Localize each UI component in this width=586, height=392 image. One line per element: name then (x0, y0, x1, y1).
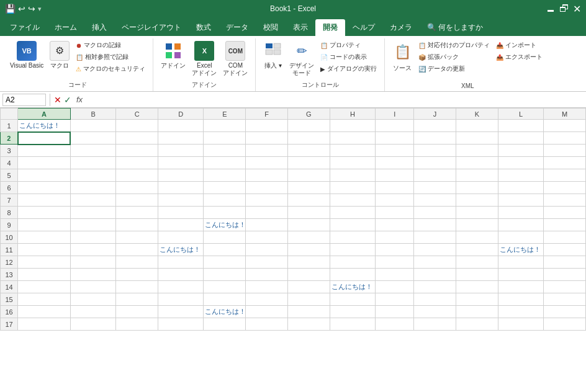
tab-developer[interactable]: 開発 (315, 19, 345, 36)
col-header-f[interactable]: F (246, 109, 288, 120)
cell-i3[interactable] (376, 145, 414, 157)
cell-d1[interactable] (158, 120, 204, 132)
cell-l3[interactable] (498, 145, 543, 157)
col-header-a[interactable]: A (18, 109, 71, 120)
cell-a4[interactable] (18, 157, 71, 169)
tab-data[interactable]: データ (219, 19, 256, 36)
cell-e1[interactable] (204, 120, 246, 132)
view-code-button[interactable]: 📄 コードの表示 (318, 51, 379, 63)
col-header-b[interactable]: B (70, 109, 115, 120)
cancel-icon[interactable]: ✕ (54, 95, 61, 105)
cell-m1[interactable] (544, 120, 586, 132)
cell-g3[interactable] (287, 145, 330, 157)
tab-view[interactable]: 表示 (286, 19, 315, 36)
cell-e2[interactable] (204, 132, 246, 145)
cell-a2[interactable] (18, 132, 71, 145)
cell-e3[interactable] (204, 145, 246, 157)
undo-icon[interactable]: ↩ (18, 4, 25, 14)
visual-basic-button[interactable]: VB Visual Basic (7, 40, 46, 71)
cell-m2[interactable] (544, 132, 586, 145)
cell-c1[interactable] (116, 120, 158, 132)
col-header-j[interactable]: J (414, 109, 456, 120)
tab-insert[interactable]: 挿入 (84, 19, 114, 36)
restore-icon[interactable]: 🗗 (559, 3, 569, 14)
col-header-d[interactable]: D (158, 109, 204, 120)
tab-file[interactable]: ファイル (2, 19, 47, 36)
cell-b1[interactable] (70, 120, 115, 132)
cell-i1[interactable] (376, 120, 414, 132)
col-header-l[interactable]: L (498, 109, 543, 120)
excel-addin-button[interactable]: X Excelアドイン (189, 40, 219, 78)
properties-button[interactable]: 📋 プロパティ (318, 40, 379, 51)
cell-e16[interactable]: こんにちは！ (204, 306, 246, 318)
cell-a1[interactable]: こんにちは！ (18, 120, 71, 132)
cell-l2[interactable] (498, 132, 543, 145)
col-header-k[interactable]: K (456, 109, 498, 120)
record-macro-button[interactable]: ⏺ マクロの記録 (73, 40, 148, 51)
cell-e9[interactable]: こんにちは！ (204, 219, 246, 231)
addin-button[interactable]: アドイン (158, 40, 188, 71)
cell-h2[interactable] (330, 132, 375, 145)
name-box[interactable] (2, 94, 46, 106)
cell-a3[interactable] (18, 145, 71, 157)
tab-camera[interactable]: カメラ (382, 19, 420, 36)
cell-b3[interactable] (70, 145, 115, 157)
cell-j2[interactable] (414, 132, 456, 145)
relative-ref-button[interactable]: 📋 相対参照で記録 (73, 51, 148, 63)
tab-review[interactable]: 校閲 (256, 19, 286, 36)
cell-g1[interactable] (287, 120, 330, 132)
confirm-icon[interactable]: ✓ (64, 95, 71, 105)
cell-l11[interactable]: こんにちは！ (498, 244, 543, 256)
col-header-m[interactable]: M (544, 109, 586, 120)
col-header-i[interactable]: I (376, 109, 414, 120)
tab-pagelayout[interactable]: ページレイアウト (114, 19, 189, 36)
minimize-icon[interactable]: 🗕 (546, 3, 556, 14)
col-header-h[interactable]: H (330, 109, 375, 120)
macro-security-button[interactable]: ⚠ マクロのセキュリティ (73, 63, 148, 74)
tab-help[interactable]: ヘルプ (345, 19, 382, 36)
cell-j1[interactable] (414, 120, 456, 132)
cell-d3[interactable] (158, 145, 204, 157)
cell-m3[interactable] (544, 145, 586, 157)
insert-button[interactable]: 挿入 ▾ (261, 40, 286, 71)
design-mode-button[interactable]: ✏ デザインモード (287, 40, 317, 78)
expansion-pack-button[interactable]: 📦 拡張パック (416, 51, 492, 63)
source-button[interactable]: 📋 ソース (390, 40, 415, 73)
cell-k1[interactable] (456, 120, 498, 132)
cell-k2[interactable] (456, 132, 498, 145)
run-dialog-button[interactable]: ▶ ダイアログの実行 (318, 63, 379, 74)
cell-h3[interactable] (330, 145, 375, 157)
tab-home[interactable]: ホーム (47, 19, 84, 36)
col-header-e[interactable]: E (204, 109, 246, 120)
cell-c3[interactable] (116, 145, 158, 157)
save-icon[interactable]: 💾 (5, 4, 16, 14)
cell-h14[interactable]: こんにちは！ (330, 281, 375, 293)
cell-i2[interactable] (376, 132, 414, 145)
macro-button[interactable]: ⚙ マクロ (47, 40, 72, 71)
cell-c2[interactable] (116, 132, 158, 145)
cell-j3[interactable] (414, 145, 456, 157)
cell-h1[interactable] (330, 120, 375, 132)
cell-d2[interactable] (158, 132, 204, 145)
import-button[interactable]: 📥 インポート (494, 40, 545, 51)
refresh-data-button[interactable]: 🔄 データの更新 (416, 63, 492, 74)
map-properties-button[interactable]: 📋 対応付けのプロパティ (416, 40, 492, 51)
cell-g2[interactable] (287, 132, 330, 145)
tab-formula[interactable]: 数式 (189, 19, 219, 36)
cell-k3[interactable] (456, 145, 498, 157)
close-icon[interactable]: ✕ (573, 3, 581, 15)
export-button[interactable]: 📤 エクスポート (494, 51, 545, 63)
visual-basic-icon: VB (17, 41, 37, 61)
formula-input[interactable] (88, 96, 584, 104)
cell-b2[interactable] (70, 132, 115, 145)
cell-f2[interactable] (246, 132, 288, 145)
col-header-c[interactable]: C (116, 109, 158, 120)
cell-f1[interactable] (246, 120, 288, 132)
col-header-g[interactable]: G (287, 109, 330, 120)
cell-f3[interactable] (246, 145, 288, 157)
redo-icon[interactable]: ↪ (28, 4, 35, 14)
cell-l1[interactable] (498, 120, 543, 132)
tab-search[interactable]: 🔍 何をしますか (420, 19, 490, 36)
cell-d11[interactable]: こんにちは！ (158, 244, 204, 256)
com-addin-button[interactable]: COM COMアドイン (220, 40, 250, 78)
